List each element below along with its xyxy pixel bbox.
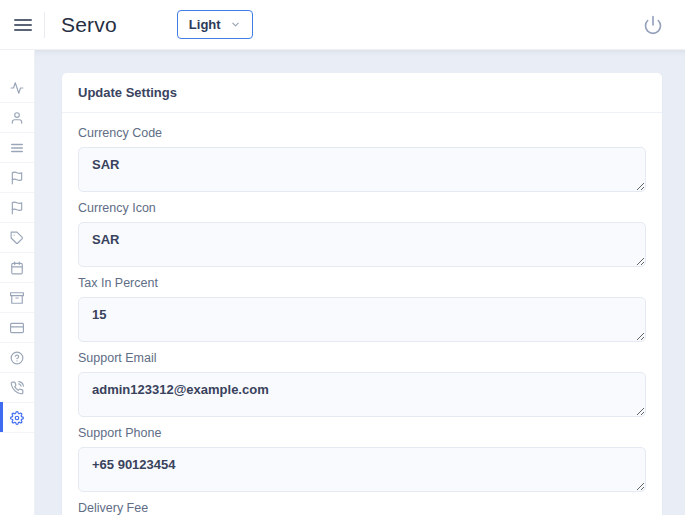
- tax-in-percent-input[interactable]: 15: [78, 297, 646, 342]
- sidebar-item-package[interactable]: [0, 283, 34, 313]
- card-header: Update Settings: [62, 73, 662, 113]
- phone-call-icon: [10, 381, 24, 395]
- sidebar-item-activity[interactable]: [0, 73, 34, 103]
- update-settings-card: Update Settings Currency Code SAR Curren…: [62, 73, 662, 515]
- page-title: Update Settings: [78, 85, 646, 100]
- flag-icon: [10, 201, 24, 215]
- field-tax-in-percent: Tax In Percent 15: [78, 276, 646, 342]
- theme-dropdown-value: Light: [189, 17, 221, 32]
- field-currency-code: Currency Code SAR: [78, 126, 646, 192]
- sidebar-item-user[interactable]: [0, 103, 34, 133]
- main-content: Update Settings Currency Code SAR Curren…: [35, 50, 685, 515]
- currency-code-input[interactable]: SAR: [78, 147, 646, 192]
- activity-icon: [10, 81, 24, 95]
- currency-icon-label: Currency Icon: [78, 201, 646, 215]
- tax-in-percent-label: Tax In Percent: [78, 276, 646, 290]
- power-icon: [643, 15, 663, 35]
- tag-icon: [10, 231, 24, 245]
- sidebar-item-tag[interactable]: [0, 223, 34, 253]
- currency-icon-input[interactable]: SAR: [78, 222, 646, 267]
- support-email-label: Support Email: [78, 351, 646, 365]
- icon-sidebar: [0, 50, 35, 515]
- field-currency-icon: Currency Icon SAR: [78, 201, 646, 267]
- sidebar-item-calendar[interactable]: [0, 253, 34, 283]
- list-icon: [10, 141, 24, 155]
- sidebar-item-flag-2[interactable]: [0, 193, 34, 223]
- field-delivery-fee: Delivery Fee: [78, 501, 646, 515]
- support-phone-input[interactable]: +65 90123454: [78, 447, 646, 492]
- support-phone-label: Support Phone: [78, 426, 646, 440]
- logout-power-button[interactable]: [643, 15, 663, 35]
- support-email-input[interactable]: admin123312@example.com: [78, 372, 646, 417]
- calendar-icon: [10, 261, 24, 275]
- sidebar-item-flag-1[interactable]: [0, 163, 34, 193]
- sidebar-item-settings[interactable]: [0, 403, 34, 433]
- user-icon: [10, 111, 24, 125]
- sidebar-item-credit-card[interactable]: [0, 313, 34, 343]
- settings-icon: [10, 411, 24, 425]
- top-header: Servo Light: [0, 0, 685, 50]
- sidebar-item-phone[interactable]: [0, 373, 34, 403]
- delivery-fee-label: Delivery Fee: [78, 501, 646, 515]
- sidebar-item-list[interactable]: [0, 133, 34, 163]
- sidebar-item-help[interactable]: [0, 343, 34, 373]
- chevron-down-icon: [230, 19, 241, 30]
- help-circle-icon: [10, 351, 24, 365]
- credit-card-icon: [10, 321, 24, 335]
- currency-code-label: Currency Code: [78, 126, 646, 140]
- flag-icon: [10, 171, 24, 185]
- field-support-phone: Support Phone +65 90123454: [78, 426, 646, 492]
- card-body: Currency Code SAR Currency Icon SAR Tax …: [62, 113, 662, 515]
- theme-dropdown[interactable]: Light: [177, 10, 253, 39]
- field-support-email: Support Email admin123312@example.com: [78, 351, 646, 417]
- app-brand: Servo: [61, 13, 117, 37]
- header-divider: [44, 12, 45, 38]
- package-icon: [10, 291, 24, 305]
- hamburger-menu-icon[interactable]: [14, 14, 32, 36]
